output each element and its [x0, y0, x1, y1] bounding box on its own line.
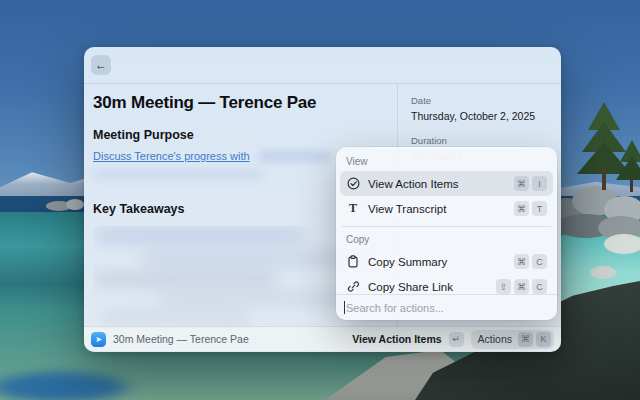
command-key-icon: ⌘	[514, 176, 529, 191]
window-header: ←	[84, 47, 561, 84]
command-key-icon: ⌘	[514, 254, 529, 269]
page-title: 30m Meeting — Terence Pae	[93, 93, 387, 113]
date-label: Date	[411, 95, 549, 106]
wallpaper-deep-water-patch	[0, 370, 135, 400]
wallpaper-rock	[66, 199, 84, 210]
section-label-copy: Copy	[340, 227, 553, 249]
status-bar: ➤ 30m Meeting — Terence Pae View Action …	[84, 326, 561, 351]
pine-tree-trunk	[630, 178, 633, 192]
menu-item-copy-summary[interactable]: Copy Summary ⌘ C	[340, 249, 553, 274]
pine-tree-trunk	[602, 168, 606, 190]
section-label-view: View	[340, 149, 553, 171]
c-key: C	[532, 279, 547, 294]
t-key: T	[532, 201, 547, 216]
date-value: Thursday, October 2, 2025	[411, 110, 549, 122]
clipboard-icon	[346, 255, 360, 269]
return-key-icon[interactable]: ↵	[449, 332, 464, 347]
menu-item-view-transcript[interactable]: T View Transcript ⌘ T	[340, 196, 553, 221]
primary-action-label[interactable]: View Action Items	[352, 333, 441, 345]
purpose-heading: Meeting Purpose	[93, 128, 387, 142]
wallpaper-white-boulder	[604, 234, 640, 254]
c-key: C	[532, 254, 547, 269]
i-key: I	[532, 176, 547, 191]
duration-label: Duration	[411, 135, 549, 146]
search-input[interactable]: Search for actions...	[336, 294, 557, 320]
link-icon	[346, 280, 360, 294]
check-circle-icon	[346, 177, 360, 191]
transcript-icon: T	[346, 202, 360, 216]
statusbar-actions: View Action Items ↵ Actions ⌘ K	[352, 330, 554, 349]
back-button[interactable]: ←	[91, 55, 111, 75]
menu-item-view-action-items[interactable]: View Action Items ⌘ I	[340, 171, 553, 196]
purpose-link[interactable]: Discuss Terence's progress with	[93, 150, 250, 162]
command-key-icon: ⌘	[518, 332, 533, 347]
actions-menu-button[interactable]: Actions ⌘ K	[471, 330, 554, 349]
command-key-icon: ⌘	[514, 201, 529, 216]
k-key: K	[536, 332, 551, 347]
pine-tree	[616, 156, 640, 180]
statusbar-title: 30m Meeting — Terence Pae	[113, 333, 249, 345]
redacted-text	[93, 169, 264, 180]
palette-body: View View Action Items ⌘ I T View Transc…	[336, 147, 557, 294]
search-placeholder: Search for actions...	[346, 302, 444, 314]
menu-item-copy-share-link[interactable]: Copy Share Link ⇧ ⌘ C	[340, 274, 553, 294]
back-arrow-icon: ←	[95, 58, 107, 72]
wallpaper-white-boulder	[590, 266, 616, 279]
app-logo-icon: ➤	[91, 332, 106, 347]
command-palette: View View Action Items ⌘ I T View Transc…	[336, 147, 557, 320]
shift-key-icon: ⇧	[496, 279, 511, 294]
redacted-text	[258, 151, 332, 162]
text-cursor	[344, 301, 345, 314]
command-key-icon: ⌘	[514, 279, 529, 294]
